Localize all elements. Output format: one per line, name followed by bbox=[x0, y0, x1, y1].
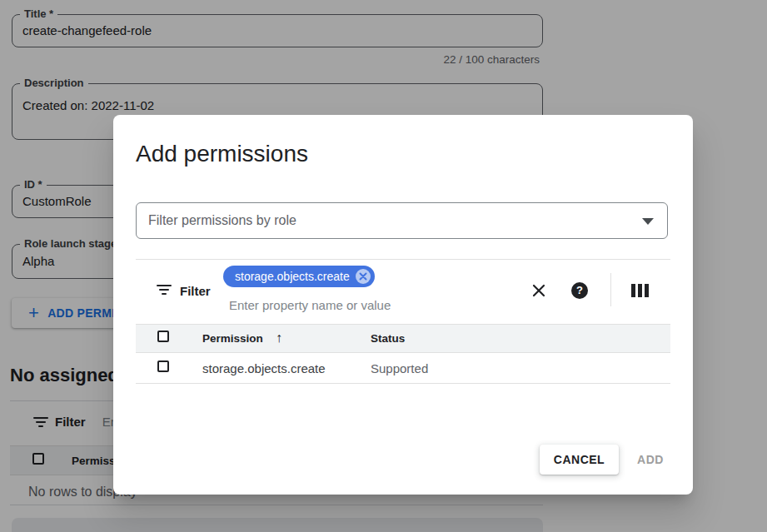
filter-value-input[interactable]: Enter property name or value bbox=[229, 298, 391, 312]
chip-remove-button[interactable] bbox=[356, 269, 371, 284]
select-all-checkbox[interactable] bbox=[157, 331, 169, 342]
column-display-options-button[interactable] bbox=[626, 277, 653, 304]
filter-label: Filter bbox=[180, 284, 211, 298]
filter-permissions-by-role-combobox[interactable]: Filter permissions by role bbox=[136, 202, 668, 239]
table-row: storage.objects.create Supported bbox=[136, 354, 670, 384]
permission-column-header[interactable]: Permission bbox=[202, 332, 263, 345]
chevron-down-icon bbox=[642, 218, 654, 225]
create-role-screen: Title * create-changefeed-role 22 / 100 … bbox=[0, 0, 767, 532]
row-checkbox[interactable] bbox=[157, 360, 169, 372]
close-icon bbox=[359, 272, 367, 281]
permission-cell: storage.objects.create bbox=[202, 361, 326, 375]
status-column-header[interactable]: Status bbox=[371, 332, 405, 345]
filter-chip-label: storage.objects.create bbox=[235, 266, 350, 287]
status-cell: Supported bbox=[371, 361, 428, 375]
divider bbox=[136, 259, 670, 260]
close-icon bbox=[530, 282, 547, 299]
combobox-placeholder: Filter permissions by role bbox=[148, 203, 296, 238]
clear-filters-button[interactable] bbox=[525, 277, 552, 304]
help-button[interactable]: ? bbox=[566, 277, 593, 304]
columns-icon bbox=[631, 284, 649, 297]
filter-icon bbox=[157, 285, 172, 295]
filter-chip[interactable]: storage.objects.create bbox=[223, 266, 375, 287]
add-permissions-dialog: Add permissions Filter permissions by ro… bbox=[113, 115, 693, 495]
dialog-table-header: Permission ↑ Status bbox=[136, 324, 670, 353]
sort-ascending-icon[interactable]: ↑ bbox=[276, 331, 282, 346]
cancel-button[interactable]: CANCEL bbox=[540, 445, 619, 475]
dialog-title: Add permissions bbox=[136, 141, 308, 167]
add-button[interactable]: ADD bbox=[627, 445, 674, 475]
divider bbox=[610, 273, 611, 306]
help-icon: ? bbox=[571, 282, 588, 299]
